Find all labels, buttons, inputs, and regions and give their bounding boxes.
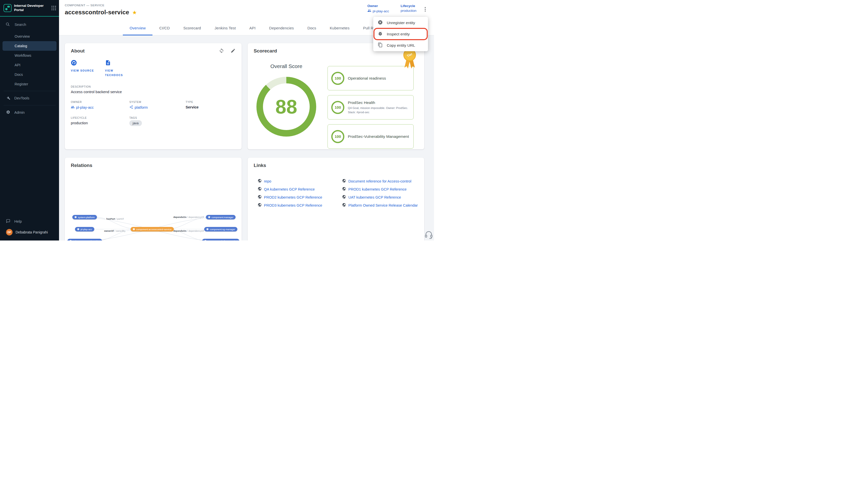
- score-item-title: ProdSec Health: [348, 100, 410, 105]
- sidebar-nav: Overview Catalog Workflows API Docs Regi…: [0, 32, 59, 89]
- system-field-label: SYSTEM: [129, 100, 186, 103]
- sidebar-item-register[interactable]: Register: [2, 79, 57, 89]
- lifecycle-value: production: [401, 9, 416, 12]
- score-item-title: ProdSec-Vulnerability Management: [348, 134, 409, 139]
- refresh-icon[interactable]: [219, 48, 224, 53]
- links-column-2: Document reference for Access-control PR…: [342, 179, 418, 207]
- page-title: accesscontrol-service: [65, 9, 129, 16]
- sidebar: Internal Developer Portal Search Overvie…: [0, 0, 59, 241]
- edge-label: dependsOn / dependencyOf: [173, 216, 205, 218]
- overall-score-donut: 88: [256, 77, 316, 136]
- sidebar-item-workflows[interactable]: Workflows: [2, 51, 57, 60]
- system-field-link[interactable]: platform: [129, 105, 186, 110]
- view-techdocs-label: VIEW TECHDOCS: [105, 68, 129, 77]
- link-item[interactable]: Document reference for Access-control: [342, 179, 418, 184]
- relation-node[interactable]: system:platform: [72, 215, 97, 219]
- scorecard-card: Scorecard Overall Score 88 Tier 100 Oper…: [248, 43, 424, 149]
- score-item[interactable]: 100 ProdSec-Vulnerability Management: [328, 124, 414, 149]
- score-ring: 100: [331, 101, 344, 114]
- tab-jenkins-test[interactable]: Jenkins Test: [208, 21, 243, 35]
- relation-node[interactable]: component:ng-manager: [204, 227, 237, 231]
- link-item[interactable]: QA kubernetes GCP Reference: [258, 187, 342, 192]
- globe-icon: [342, 195, 346, 200]
- link-item[interactable]: PROD1 kubernetes GCP Reference: [342, 187, 418, 192]
- tag-chip[interactable]: java: [129, 120, 142, 126]
- lifecycle-label: Lifecycle: [401, 4, 416, 8]
- link-item[interactable]: PROD3 kubernetes GCP Reference: [258, 203, 342, 207]
- relation-node[interactable]: pl-play-acc: [75, 227, 94, 231]
- sidebar-item-catalog[interactable]: Catalog: [2, 41, 57, 51]
- menu-item-copy-entity-url[interactable]: Copy entity URL: [373, 40, 428, 51]
- relation-node[interactable]: api:accesscontrol-service: [67, 239, 102, 241]
- view-techdocs-link[interactable]: VIEW TECHDOCS: [105, 60, 129, 77]
- content-area: About VIEW SOURCE: [59, 35, 434, 241]
- tab-cicd[interactable]: CI/CD: [152, 21, 177, 35]
- type-field-value: Service: [186, 105, 236, 109]
- links-title: Links: [254, 163, 418, 168]
- link-item[interactable]: PROD2 kubernetes GCP Reference: [258, 195, 342, 200]
- tab-api[interactable]: API: [243, 21, 262, 35]
- edge-label: dependsOn / dependencyOf: [173, 229, 205, 232]
- tab-overview[interactable]: Overview: [123, 21, 152, 35]
- overall-score-label: Overall Score: [256, 63, 316, 69]
- sidebar-header: Internal Developer Portal: [0, 0, 59, 17]
- relation-node[interactable]: component:platform-service: [202, 239, 239, 241]
- globe-icon: [342, 179, 346, 184]
- link-item[interactable]: UAT kubernetes GCP Reference: [342, 195, 418, 200]
- tab-scorecard[interactable]: Scorecard: [177, 21, 208, 35]
- globe-icon: [258, 179, 262, 184]
- relation-node-primary[interactable]: component:accesscontrol-service: [131, 227, 174, 231]
- owner-field-link[interactable]: pl-play-acc: [71, 105, 129, 110]
- search-icon: [5, 22, 10, 27]
- group-icon: [367, 9, 371, 13]
- sidebar-item-help[interactable]: Help: [0, 216, 59, 226]
- menu-item-inspect-entity[interactable]: Inspect entity: [373, 28, 428, 40]
- menu-item-unregister-entity[interactable]: Unregister entity: [373, 17, 428, 28]
- node-icon: [133, 228, 135, 230]
- globe-icon: [258, 195, 262, 200]
- sidebar-bottom: Help DP Debabrata Panigrahi: [0, 216, 59, 238]
- kebab-menu-icon[interactable]: [422, 6, 429, 12]
- owner-link[interactable]: pl-play-acc: [367, 9, 389, 13]
- globe-icon: [342, 203, 346, 207]
- search-label: Search: [14, 23, 26, 27]
- sidebar-item-docs[interactable]: Docs: [2, 70, 57, 79]
- sidebar-divider: [3, 105, 56, 105]
- description-value: Access control backend service: [71, 90, 236, 94]
- links-column-1: repo QA kubernetes GCP Reference PROD2 k…: [258, 179, 342, 207]
- view-source-link[interactable]: VIEW SOURCE: [71, 60, 95, 77]
- copy-icon: [378, 42, 383, 49]
- app-root: Internal Developer Portal Search Overvie…: [0, 0, 434, 241]
- apps-grid-icon[interactable]: [52, 6, 56, 10]
- globe-icon: [258, 187, 262, 192]
- user-name: Debabrata Panigrahi: [16, 230, 48, 234]
- github-icon: [71, 62, 77, 67]
- tab-kubernetes[interactable]: Kubernetes: [323, 21, 356, 35]
- gear-icon: [6, 110, 10, 115]
- score-item[interactable]: 100 Operational readiness: [328, 66, 414, 90]
- tab-dependencies[interactable]: Dependencies: [262, 21, 301, 35]
- admin-label: Admin: [14, 110, 25, 115]
- tab-docs[interactable]: Docs: [301, 21, 323, 35]
- avatar: DP: [6, 229, 12, 235]
- score-item[interactable]: 100 ProdSec Health Q4 Goal, mission impo…: [328, 95, 414, 120]
- globe-icon: [258, 203, 262, 207]
- lifecycle-field-label: LIFECYCLE: [71, 116, 129, 119]
- sidebar-search[interactable]: Search: [0, 19, 59, 31]
- edge-label: hasPart / partOf: [105, 217, 124, 220]
- sidebar-item-overview[interactable]: Overview: [2, 32, 57, 41]
- user-menu[interactable]: DP Debabrata Panigrahi: [0, 226, 59, 238]
- sidebar-divider: [3, 91, 56, 91]
- edit-pencil-icon[interactable]: [230, 48, 236, 53]
- wrench-icon: [6, 96, 10, 101]
- sidebar-item-devtools[interactable]: DevTools: [0, 93, 59, 103]
- sidebar-item-api[interactable]: API: [2, 60, 57, 70]
- relation-node[interactable]: component:manager: [206, 215, 236, 219]
- favorite-star-icon[interactable]: ★: [132, 10, 137, 15]
- sidebar-item-admin[interactable]: Admin: [0, 107, 59, 118]
- link-item[interactable]: Platform Owned Service Release Calendar: [342, 203, 418, 207]
- link-item[interactable]: repo: [258, 179, 342, 184]
- devtools-label: DevTools: [14, 96, 29, 100]
- portal-logo-icon: [3, 4, 11, 12]
- headset-support-icon[interactable]: [425, 230, 433, 239]
